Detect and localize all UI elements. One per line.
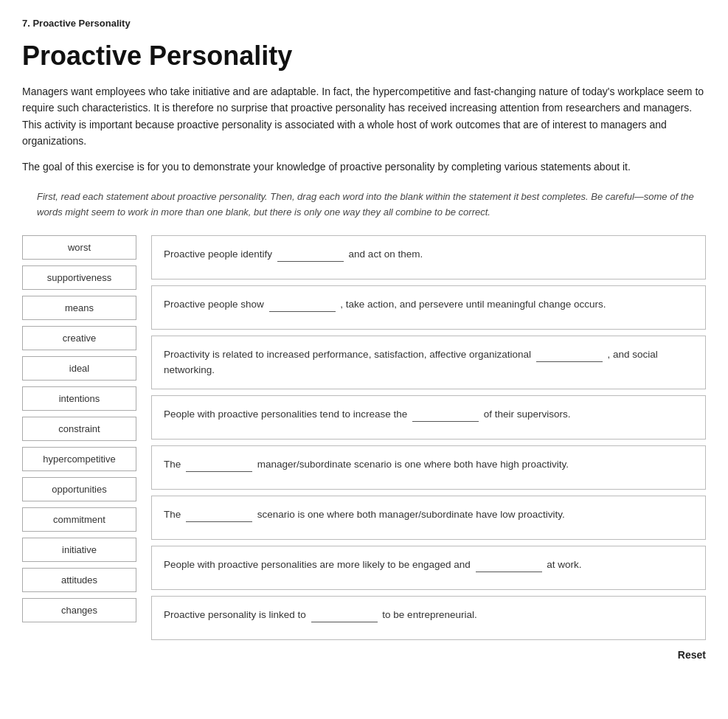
word-tile[interactable]: constraint [22, 417, 136, 441]
word-tile[interactable]: intentions [22, 386, 136, 411]
word-tile[interactable]: commitment [22, 507, 136, 532]
reset-button[interactable]: Reset [678, 649, 706, 661]
drop-blank[interactable] [186, 510, 252, 522]
statement-box: People with proactive personalities tend… [151, 395, 706, 440]
drop-blank[interactable] [476, 560, 542, 572]
word-tile[interactable]: initiative [22, 538, 136, 562]
reset-row: Reset [151, 649, 706, 661]
breadcrumb: 7. Proactive Personality [22, 18, 706, 29]
word-tile[interactable]: opportunities [22, 477, 136, 501]
statement-box: People with proactive personalities are … [151, 546, 706, 590]
drop-blank[interactable] [186, 460, 252, 472]
drop-blank[interactable] [412, 410, 479, 422]
word-tile[interactable]: attitudes [22, 568, 136, 592]
statement-box: Proactive personality is linked to to be… [151, 596, 706, 640]
statement-box: The manager/subordinate scenario is one … [151, 445, 706, 490]
word-tile[interactable]: worst [22, 235, 136, 260]
word-tile[interactable]: changes [22, 598, 136, 622]
page-title: Proactive Personality [22, 41, 706, 72]
instructions-text: First, read each statement about proacti… [37, 190, 706, 220]
word-tile[interactable]: ideal [22, 356, 136, 381]
statement-box: The scenario is one where both manager/s… [151, 496, 706, 540]
exercise-area: worstsupportivenessmeanscreativeidealint… [22, 235, 706, 661]
intro-paragraph-2: The goal of this exercise is for you to … [22, 159, 706, 175]
statements-area: Proactive people identify and act on the… [151, 235, 706, 661]
word-bank: worstsupportivenessmeanscreativeidealint… [22, 235, 136, 661]
word-tile[interactable]: supportiveness [22, 265, 136, 290]
word-tile[interactable]: hypercompetitive [22, 447, 136, 471]
word-tile[interactable]: creative [22, 326, 136, 350]
drop-blank[interactable] [277, 250, 344, 262]
statement-box: Proactivity is related to increased perf… [151, 336, 706, 389]
statement-box: Proactive people identify and act on the… [151, 235, 706, 279]
drop-blank[interactable] [311, 611, 378, 622]
word-tile[interactable]: means [22, 296, 136, 320]
drop-blank[interactable] [269, 300, 336, 312]
statement-box: Proactive people show , take action, and… [151, 285, 706, 330]
intro-paragraph-1: Managers want employees who take initiat… [22, 83, 706, 150]
drop-blank[interactable] [536, 350, 603, 362]
